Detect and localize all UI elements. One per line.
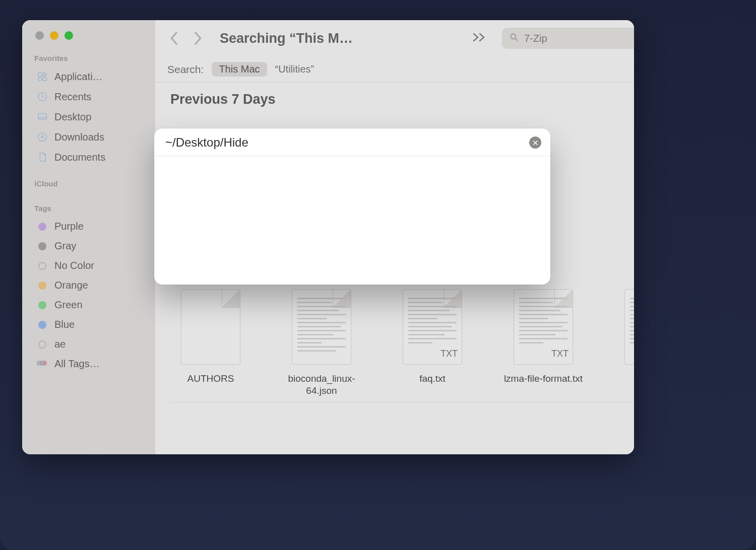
sidebar-tag-label: Purple (54, 221, 84, 232)
zoom-button[interactable] (65, 31, 73, 40)
svg-rect-0 (38, 73, 42, 76)
svg-point-1 (38, 77, 42, 81)
tag-dot-icon (38, 223, 46, 231)
finder-window: Favorites Applicati… Recents Desktop (22, 20, 634, 454)
sidebar-tag-label: ae (54, 338, 66, 350)
search-icon (509, 32, 519, 44)
sidebar-tag-label: Green (54, 299, 83, 311)
sidebar-tag-gray[interactable]: Gray (33, 236, 148, 256)
file-item[interactable]: TXT lzma-file-format.txt (503, 289, 584, 397)
sidebar-tag-label: Gray (54, 240, 76, 252)
sidebar-tag-label: All Tags… (54, 358, 100, 370)
file-name: AUTHORS (187, 373, 234, 385)
documents-icon (36, 151, 48, 163)
sidebar-tag-label: No Color (54, 260, 94, 271)
file-badge: TXT (551, 349, 569, 359)
tag-dot-icon (38, 282, 46, 290)
tag-dot-icon (38, 242, 46, 250)
search-field[interactable]: 7-Zip ✕ (502, 28, 634, 49)
sidebar-tag-green[interactable]: Green (33, 295, 148, 315)
sidebar-tag-all[interactable]: All Tags… (33, 354, 148, 374)
sidebar-section-tags: Tags (34, 204, 148, 213)
group-title: Previous 7 Days (170, 92, 276, 107)
forward-button[interactable] (191, 31, 205, 45)
search-value: 7-Zip (524, 33, 547, 44)
sidebar-item-recents[interactable]: Recents (33, 87, 148, 107)
tag-dot-icon (38, 321, 46, 329)
svg-point-6 (511, 34, 516, 39)
go-to-suggestions (154, 156, 550, 285)
file-item[interactable]: bioconda_linux-64.json (281, 289, 362, 397)
sidebar-tag-ae[interactable]: ae (33, 334, 148, 354)
sidebar-tag-orange[interactable]: Orange (33, 276, 148, 295)
sidebar-item-documents[interactable]: Documents (33, 147, 148, 167)
sidebar: Favorites Applicati… Recents Desktop (22, 20, 155, 454)
scope-this-mac[interactable]: This Mac (212, 62, 267, 77)
file-icon (292, 289, 351, 365)
sidebar-item-applications[interactable]: Applicati… (33, 66, 148, 87)
group-header-7days: Previous 7 Days (170, 92, 634, 107)
file-icon (181, 289, 240, 365)
sidebar-item-label: Recents (54, 91, 91, 103)
all-tags-icon (36, 360, 47, 368)
sidebar-item-desktop[interactable]: Desktop (33, 107, 148, 127)
sidebar-item-downloads[interactable]: Downloads (33, 127, 148, 147)
scope-label: Search: (167, 63, 204, 76)
file-icon: TXT (403, 289, 462, 365)
clock-icon (36, 91, 48, 103)
sidebar-tag-blue[interactable]: Blue (33, 315, 148, 334)
sidebar-tag-label: Orange (54, 280, 88, 291)
sidebar-section-icloud: iCloud (34, 179, 148, 188)
window-title: Searching “This M… (220, 31, 353, 46)
sidebar-item-label: Desktop (54, 111, 91, 123)
file-name: bioconda_linux-64.json (281, 373, 362, 397)
tag-dot-icon (38, 301, 46, 309)
file-icon: TXT (514, 289, 573, 365)
sidebar-item-label: Applicati… (54, 71, 103, 83)
go-to-folder-sheet: ~/Desktop/Hide ✕ (154, 128, 550, 285)
window-controls (33, 31, 148, 40)
tag-empty-icon (38, 340, 46, 349)
sidebar-tag-label: Blue (54, 319, 75, 330)
go-to-path-input[interactable]: ~/Desktop/Hide (165, 135, 248, 150)
search-scope-bar: Search: This Mac “Utilities” Save ＋ (155, 56, 634, 83)
applications-icon (36, 71, 48, 83)
tag-empty-icon (38, 262, 46, 270)
scope-utilities[interactable]: “Utilities” (275, 63, 314, 75)
svg-rect-2 (43, 77, 46, 81)
sidebar-item-label: Documents (54, 152, 105, 163)
file-item[interactable]: TXT faq.txt (392, 289, 473, 397)
desktop-icon (36, 111, 48, 123)
file-item[interactable]: AUTHORS (170, 289, 251, 397)
file-name: faq.txt (419, 373, 446, 385)
file-name: lzma-file-format.txt (504, 373, 583, 385)
sidebar-tag-nocolor[interactable]: No Color (33, 256, 148, 276)
toolbar-overflow-button[interactable] (472, 32, 487, 45)
file-badge: TXT (440, 349, 458, 359)
file-row: AUTHORS bioconda_linux-64.json (170, 289, 634, 402)
back-button[interactable] (167, 31, 181, 45)
file-item[interactable]: .h lzma.h (614, 289, 634, 397)
close-button[interactable] (35, 31, 44, 40)
sidebar-item-label: Downloads (54, 131, 104, 143)
svg-rect-4 (38, 114, 47, 119)
close-icon[interactable]: ✕ (529, 136, 541, 149)
sidebar-tag-purple[interactable]: Purple (33, 217, 148, 236)
downloads-icon (36, 131, 48, 143)
toolbar: Searching “This M… 7-Zip ✕ (155, 20, 634, 56)
minimize-button[interactable] (50, 31, 58, 40)
file-icon: .h (624, 289, 634, 365)
sidebar-section-favorites: Favorites (34, 54, 148, 62)
